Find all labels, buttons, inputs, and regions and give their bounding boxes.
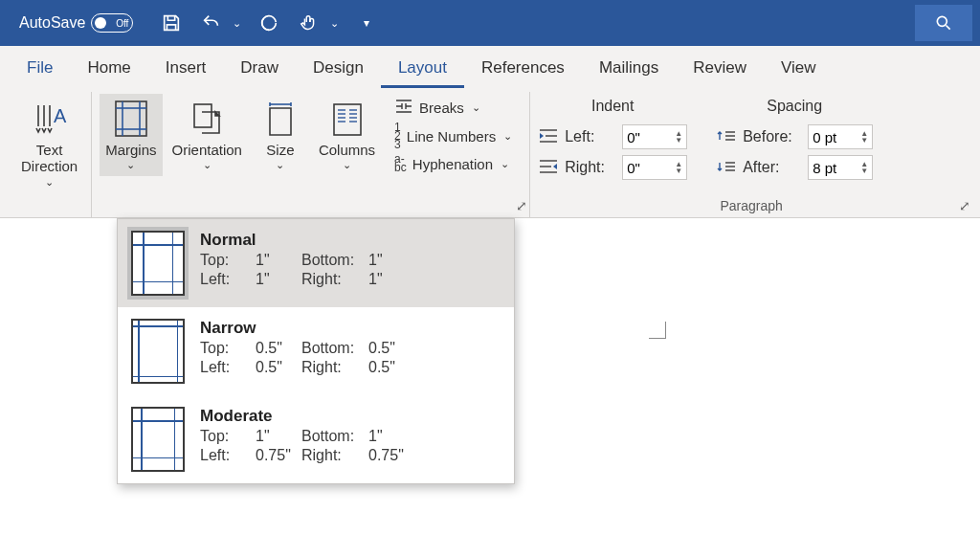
margins-dropdown: NormalTop:1"Bottom:1"Left:1"Right:1"Narr… — [117, 218, 515, 484]
margins-icon — [113, 98, 149, 140]
touch-caret-icon[interactable]: ⌄ — [328, 10, 340, 36]
spacing-after-input[interactable]: 8 pt▲▼ — [808, 155, 873, 180]
tab-insert[interactable]: Insert — [148, 49, 224, 88]
line-numbers-icon: 123 — [394, 123, 401, 149]
indent-right-icon — [538, 157, 559, 178]
search-icon — [934, 13, 953, 33]
spacing-before-icon — [716, 126, 737, 147]
chevron-down-icon: ⌄ — [472, 101, 480, 114]
search-button[interactable] — [915, 5, 972, 41]
group-paragraph: Indent Left: 0"▲▼ Right: 0"▲▼ Sp — [530, 92, 972, 217]
margins-button[interactable]: Margins ⌄ — [100, 94, 162, 176]
group-text-direction: A Text Direction ⌄ — [8, 92, 92, 217]
size-button[interactable]: Size ⌄ — [252, 94, 309, 176]
text-direction-icon: A — [31, 98, 69, 140]
chevron-down-icon: ⌄ — [343, 159, 351, 171]
ribbon: A Text Direction ⌄ Margins ⌄ — [0, 88, 980, 218]
chevron-down-icon: ⌄ — [276, 159, 284, 171]
undo-icon[interactable] — [198, 10, 225, 36]
hyphenation-button[interactable]: a-bc Hyphenation⌄ — [390, 153, 516, 174]
spacing-after-label: After: — [743, 159, 802, 176]
margin-option-name: Narrow — [200, 319, 501, 338]
indent-left-icon — [538, 126, 559, 147]
spacing-before-label: Before: — [743, 128, 802, 145]
paragraph-launcher-icon[interactable]: ⤢ — [959, 198, 970, 213]
svg-point-1 — [937, 16, 947, 26]
group-page-setup: Margins ⌄ Orientation ⌄ Size — [92, 92, 530, 217]
indent-right-input[interactable]: 0"▲▼ — [622, 155, 687, 180]
tab-references[interactable]: References — [464, 49, 582, 88]
touch-mode-icon[interactable] — [296, 10, 323, 36]
orientation-icon — [189, 98, 225, 140]
tab-view[interactable]: View — [764, 49, 834, 88]
margin-thumb-icon — [131, 407, 185, 472]
columns-icon — [330, 98, 365, 140]
spacing-heading: Spacing — [716, 98, 873, 115]
svg-rect-3 — [116, 101, 146, 136]
svg-point-0 — [262, 16, 277, 31]
chevron-down-icon: ⌄ — [503, 130, 512, 143]
chevron-down-icon: ⌄ — [501, 158, 509, 170]
hyphenation-icon: a-bc — [394, 155, 407, 172]
margins-option-normal[interactable]: NormalTop:1"Bottom:1"Left:1"Right:1" — [118, 219, 514, 307]
orientation-button[interactable]: Orientation ⌄ — [167, 94, 248, 176]
tab-design[interactable]: Design — [296, 49, 381, 88]
page-corner-mark — [643, 316, 666, 339]
svg-rect-9 — [334, 104, 361, 135]
tab-layout[interactable]: Layout — [381, 49, 464, 88]
text-direction-button[interactable]: A Text Direction ⌄ — [15, 94, 83, 192]
margin-thumb-icon — [131, 319, 185, 384]
autosave-toggle[interactable]: Off — [91, 13, 133, 33]
indent-heading: Indent — [538, 98, 687, 115]
breaks-icon — [394, 98, 413, 118]
svg-text:A: A — [54, 105, 67, 126]
margins-option-narrow[interactable]: NarrowTop:0.5"Bottom:0.5"Left:0.5"Right:… — [118, 307, 514, 395]
svg-rect-8 — [194, 104, 212, 127]
paragraph-group-label: Paragraph — [538, 198, 965, 215]
columns-button[interactable]: Columns ⌄ — [313, 94, 381, 176]
tab-review[interactable]: Review — [676, 49, 764, 88]
tab-home[interactable]: Home — [70, 49, 147, 88]
spacing-after-icon — [716, 157, 737, 178]
margin-thumb-icon — [131, 231, 185, 296]
tab-mailings[interactable]: Mailings — [582, 49, 676, 88]
ribbon-tabs: File Home Insert Draw Design Layout Refe… — [0, 46, 980, 88]
tab-draw[interactable]: Draw — [223, 49, 296, 88]
indent-left-label: Left: — [565, 128, 616, 145]
breaks-button[interactable]: Breaks⌄ — [390, 96, 516, 120]
undo-caret-icon[interactable]: ⌄ — [231, 10, 242, 36]
size-icon — [264, 98, 297, 140]
chevron-down-icon: ⌄ — [203, 159, 212, 171]
title-bar: AutoSave Off ⌄ ⌄ ▾ — [0, 0, 980, 46]
redo-icon[interactable] — [256, 10, 282, 36]
spacing-before-input[interactable]: 0 pt▲▼ — [808, 124, 873, 149]
save-icon[interactable] — [158, 10, 185, 36]
chevron-down-icon: ⌄ — [45, 176, 54, 189]
margin-option-name: Moderate — [200, 407, 501, 426]
indent-right-label: Right: — [565, 159, 616, 176]
margins-option-moderate[interactable]: ModerateTop:1"Bottom:1"Left:0.75"Right:0… — [118, 395, 514, 483]
chevron-down-icon: ⌄ — [126, 159, 135, 171]
tab-file[interactable]: File — [10, 49, 70, 88]
page-setup-launcher-icon[interactable]: ⤢ — [516, 198, 527, 213]
customize-qat-icon[interactable]: ▾ — [353, 10, 380, 36]
autosave-label: AutoSave — [19, 14, 85, 32]
line-numbers-button[interactable]: 123 Line Numbers⌄ — [390, 122, 516, 151]
margin-option-name: Normal — [200, 231, 501, 250]
autosave-control[interactable]: AutoSave Off — [8, 13, 145, 33]
quick-access-toolbar: ⌄ ⌄ ▾ — [158, 10, 380, 36]
indent-left-input[interactable]: 0"▲▼ — [622, 124, 687, 149]
